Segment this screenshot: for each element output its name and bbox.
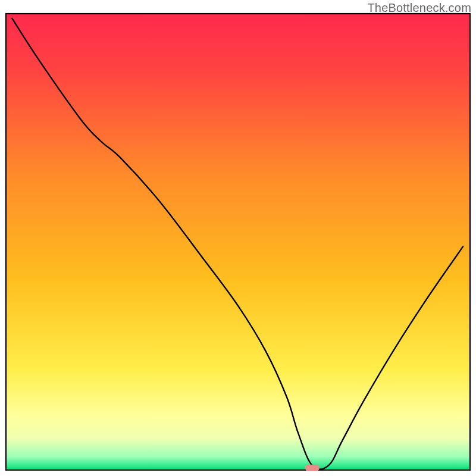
watermark-text: TheBottleneck.com (367, 1, 471, 15)
min-marker (305, 465, 320, 471)
bottleneck-chart: TheBottleneck.com (0, 0, 476, 476)
plot-background (6, 14, 470, 470)
plot-area (6, 14, 470, 470)
chart-canvas (0, 0, 476, 476)
